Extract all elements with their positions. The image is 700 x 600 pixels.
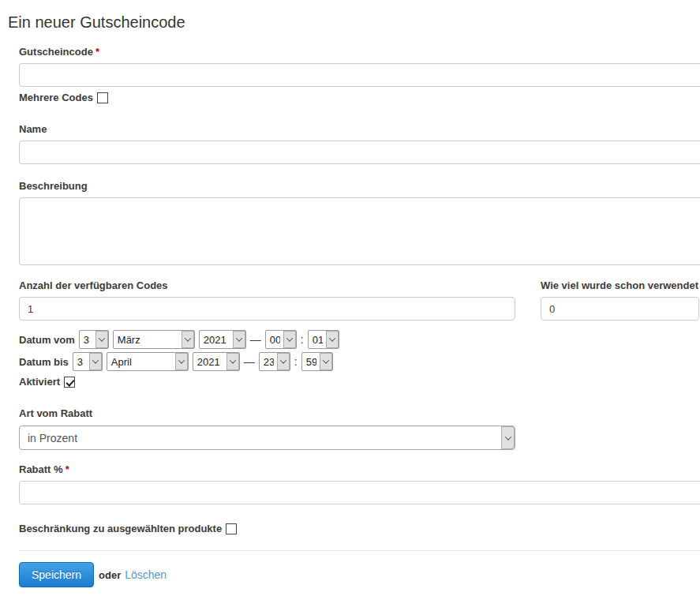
rabatt-input[interactable] [19,481,700,504]
datum-vom-day-select[interactable]: 3 [79,330,109,349]
gutscheincode-input[interactable] [19,63,700,87]
anzahl-label: Anzahl der verfügbaren Codes [19,279,515,291]
datum-bis-row: Datum bis 3 April 2021 — 23 : 59 [19,352,700,371]
time-colon: : [294,355,298,368]
datum-vom-label: Datum vom [19,334,75,346]
aktiviert-row: Aktiviert [19,376,700,388]
divider [19,550,700,551]
voucher-form: Gutscheincode* Mehrere Codes Name Beschr… [19,46,700,587]
time-colon: : [301,333,304,346]
datum-bis-minute-select[interactable]: 59 [301,352,333,371]
datum-vom-row: Datum vom 3 März 2021 — 00 : 01 [19,330,700,349]
or-text: oder [99,569,121,581]
counts-row: Anzahl der verfügbaren Codes Wie viel wu… [19,279,700,321]
beschreibung-textarea[interactable] [19,197,700,265]
art-vom-rabatt-select-wrap: in Prozent [19,426,515,450]
aktiviert-checkbox[interactable] [64,377,75,388]
datum-bis-label: Datum bis [19,356,69,368]
page-title: Ein neuer Gutscheincode [8,13,700,32]
datum-bis-month-select[interactable]: April [107,352,189,371]
beschraenkung-label: Beschränkung zu ausgewählten produkte [19,523,222,534]
name-label: Name [19,123,700,135]
beschraenkung-row: Beschränkung zu ausgewählten produkte [19,523,700,534]
datum-bis-hour-select[interactable]: 23 [259,352,290,371]
date-time-dash: — [250,333,261,346]
name-input[interactable] [19,141,700,164]
save-button[interactable]: Speichern [19,562,94,587]
art-vom-rabatt-select[interactable]: in Prozent [19,426,515,450]
anzahl-input[interactable] [19,297,515,321]
art-vom-rabatt-label: Art vom Rabatt [19,407,700,419]
rabatt-label: Rabatt %* [19,463,700,475]
datum-vom-year-select[interactable]: 2021 [199,330,246,349]
mehrere-codes-row: Mehrere Codes [19,92,700,103]
beschraenkung-checkbox[interactable] [226,523,237,534]
date-time-dash: — [244,355,255,368]
actions-row: Speichern oder Löschen [19,562,700,587]
verwendet-input[interactable] [541,297,699,321]
beschreibung-label: Beschreibung [19,180,700,192]
mehrere-codes-checkbox[interactable] [97,92,108,103]
required-asterisk: * [95,46,99,58]
aktiviert-label: Aktiviert [19,376,60,388]
gutscheincode-label: Gutscheincode* [19,46,700,58]
mehrere-codes-label: Mehrere Codes [19,92,93,103]
datum-vom-minute-select[interactable]: 01 [308,330,339,349]
delete-link[interactable]: Löschen [125,568,167,581]
datum-bis-day-select[interactable]: 3 [73,352,103,371]
datum-vom-hour-select[interactable]: 00 [265,330,297,349]
required-asterisk: * [66,463,69,475]
datum-vom-month-select[interactable]: März [113,330,195,349]
verwendet-label: Wie viel wurde schon verwendet [541,279,700,291]
datum-bis-year-select[interactable]: 2021 [193,352,240,371]
